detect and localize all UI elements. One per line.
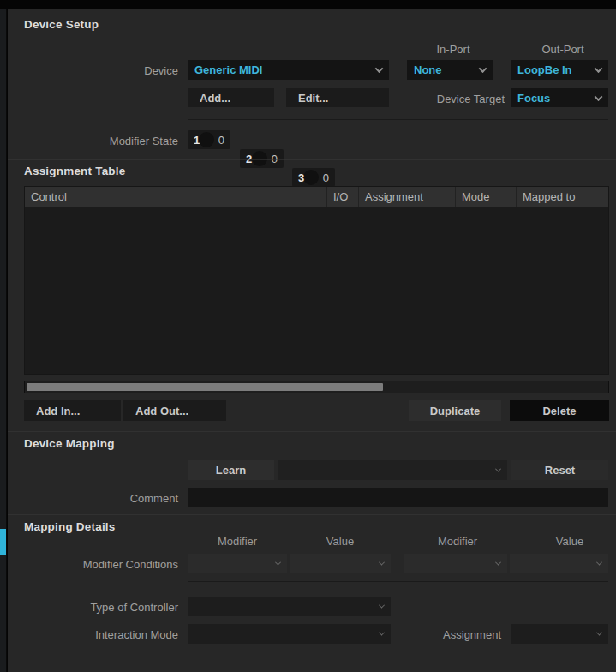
assignment-select[interactable] [511, 624, 608, 644]
chevron-down-icon [375, 64, 384, 73]
modifier-number: 2 [246, 153, 252, 165]
learn-button[interactable]: Learn [188, 460, 274, 480]
device-select[interactable]: Generic MIDI [188, 60, 389, 80]
chevron-down-icon [379, 603, 385, 609]
column-header-io[interactable]: I/O [327, 190, 358, 203]
section-divider [8, 159, 616, 160]
add-in-button[interactable]: Add In... [24, 400, 121, 421]
device-target-label: Device Target [376, 93, 505, 105]
column-header-mode[interactable]: Mode [456, 190, 516, 203]
modifier-number: 3 [298, 171, 304, 184]
modifier-column-header-2: Modifier [415, 535, 500, 548]
column-header-control[interactable]: Control [25, 190, 326, 203]
modifier-number: 1 [194, 134, 200, 147]
modifier-value: 0 [323, 171, 329, 184]
in-port-select-value: None [414, 63, 442, 76]
chevron-down-icon [495, 466, 501, 472]
learn-target-select[interactable] [278, 460, 507, 480]
assignment-label: Assignment [373, 628, 501, 641]
modifier-condition-1-select[interactable] [188, 554, 287, 573]
duplicate-button[interactable]: Duplicate [409, 400, 501, 421]
device-target-select-value: Focus [517, 92, 550, 105]
in-port-select[interactable]: None [407, 60, 493, 80]
chevron-down-icon [595, 64, 603, 73]
modifier-state-2: 2 0 [240, 149, 284, 168]
delete-button[interactable]: Delete [510, 400, 609, 421]
section-title-assignment-table: Assignment Table [24, 165, 125, 177]
controller-manager-panel: Device Setup In-Port Out-Port Device Gen… [0, 0, 616, 672]
device-label: Device [50, 64, 178, 77]
assignment-table-header: Control I/O Assignment Mode Mapped to [25, 187, 608, 207]
column-header-assignment[interactable]: Assignment [359, 190, 455, 203]
interaction-mode-label: Interaction Mode [50, 628, 178, 641]
type-of-controller-label: Type of Controller [50, 601, 178, 614]
modifier-conditions-label: Modifier Conditions [33, 558, 178, 571]
section-title-device-mapping: Device Mapping [24, 437, 115, 450]
add-out-button[interactable]: Add Out... [123, 400, 226, 421]
assignment-table-body[interactable] [25, 207, 608, 374]
modifier-state-label: Modifier State [50, 135, 178, 147]
in-port-label: In-Port [410, 43, 496, 56]
section-title-device-setup: Device Setup [24, 18, 99, 31]
chevron-down-icon [379, 559, 385, 565]
type-of-controller-select[interactable] [188, 597, 391, 616]
value-column-header-1: Value [297, 535, 383, 548]
modifier-condition-2-select[interactable] [404, 554, 507, 573]
chevron-down-icon [596, 630, 602, 636]
value-condition-1-select[interactable] [290, 554, 391, 573]
comment-input[interactable] [188, 488, 608, 507]
horizontal-scrollbar[interactable] [24, 381, 609, 393]
modifier-state-3: 3 0 [292, 168, 335, 187]
horizontal-scrollbar-thumb[interactable] [27, 383, 383, 391]
chevron-down-icon [596, 559, 602, 565]
section-title-mapping-details: Mapping Details [24, 520, 116, 533]
chevron-down-icon [479, 64, 487, 73]
divider [188, 119, 608, 120]
section-divider [8, 514, 616, 515]
chevron-down-icon [595, 93, 603, 101]
modifier-value: 0 [272, 153, 278, 165]
value-condition-2-select[interactable] [510, 554, 608, 573]
chevron-down-icon [275, 559, 281, 565]
interaction-mode-select[interactable] [188, 624, 391, 644]
device-select-value: Generic MIDI [194, 63, 262, 76]
value-column-header-2: Value [527, 535, 613, 548]
assignment-table[interactable]: Control I/O Assignment Mode Mapped to [24, 186, 609, 375]
out-port-select-value: LoopBe In [517, 63, 572, 76]
out-port-select[interactable]: LoopBe In [511, 60, 608, 80]
edit-device-button[interactable]: Edit... [286, 88, 389, 107]
out-port-label: Out-Port [517, 43, 608, 56]
scroll-indicator[interactable] [0, 529, 6, 555]
device-target-select[interactable]: Focus [511, 88, 608, 107]
add-device-button[interactable]: Add... [188, 88, 274, 107]
modifier-value: 0 [218, 134, 224, 147]
divider [188, 581, 608, 582]
chevron-down-icon [495, 559, 501, 565]
column-header-mapped-to[interactable]: Mapped to [517, 190, 608, 203]
left-scroll-rail[interactable] [0, 9, 7, 672]
modifier-column-header-1: Modifier [194, 535, 280, 548]
section-divider [8, 431, 616, 432]
comment-label: Comment [50, 492, 178, 505]
modifier-state-1: 1 0 [188, 130, 230, 149]
reset-button[interactable]: Reset [511, 460, 608, 480]
